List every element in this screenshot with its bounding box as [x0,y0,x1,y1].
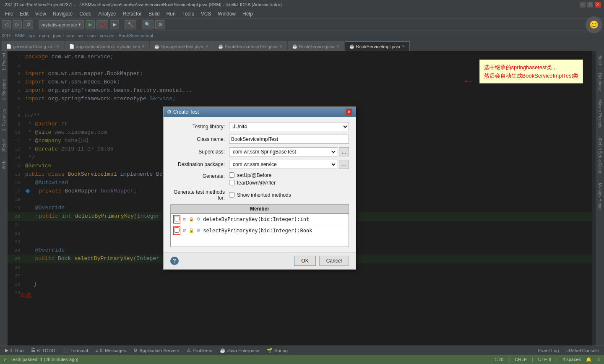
ok-button[interactable]: OK [294,256,315,266]
menu-code[interactable]: Code [76,10,95,18]
messages-tab[interactable]: ≡ 0: Messages [92,347,130,354]
tab-label6: BookServiceImpl.java [356,44,401,49]
java-enterprise-tab[interactable]: ☕ Java Enterprise [216,347,263,354]
setup-before-checkbox[interactable] [229,172,234,178]
todo-tab[interactable]: ☰ 6: TODO [28,347,59,354]
dialog-close-button[interactable]: ✕ [346,109,352,115]
panel-jrebel-setup[interactable]: JRebel Setup Guide [596,134,604,177]
breadcrumb-ssm[interactable]: SSM [15,33,25,38]
dialog-title-icon: ⚙ [167,109,172,115]
terminal-label: Terminal [70,348,88,353]
panel-tab-favorites[interactable]: 2: Favorites [2,109,6,131]
menu-refactor[interactable]: Refactor [120,10,145,18]
panel-mybatis-helper[interactable]: Mybatis Helper [596,180,604,213]
destination-package-label: Destination package: [170,161,229,167]
close-button[interactable]: ✕ [595,2,601,8]
annotation-box: 选中继承的springbasetest类，然后会自动生成BookServiceI… [479,60,583,83]
user-avatar[interactable]: 😊 [586,16,602,33]
breadcrumb-service[interactable]: service [100,33,115,38]
search-everywhere[interactable]: 🔍 [142,20,154,29]
panel-build[interactable]: Build [596,53,604,67]
menu-analyze[interactable]: Analyze [95,10,120,18]
destination-package-select[interactable]: com.wr.ssm.service [229,160,337,169]
minimize-button[interactable]: ─ [580,2,586,8]
run-config-dropdown[interactable]: mybatis-generate ▾ [39,20,84,29]
menu-file[interactable]: File [2,10,16,18]
panel-tab-jrebel[interactable]: JRebel [2,139,6,152]
menu-window[interactable]: Window [214,10,239,18]
tab-generatorconfig[interactable]: 📄 generatorConfig.xml ✕ [2,42,64,51]
tab-bookservice[interactable]: ☕ BookService.java ✕ [288,42,344,51]
menu-build[interactable]: Build [145,10,163,18]
panel-tab-web[interactable]: Web [2,161,6,169]
dialog-help-button[interactable]: ? [170,257,179,265]
menu-tools[interactable]: Tools [179,10,198,18]
back-button[interactable]: ◁ [2,20,11,29]
cancel-button[interactable]: Cancel [319,256,349,266]
menu-view[interactable]: View [32,10,49,18]
code-editor[interactable]: 1 package com.wr.ssm.service; 2 3 import… [8,51,596,346]
breadcrumb-wr[interactable]: wr [78,33,83,38]
member-2-checkbox[interactable] [174,227,180,233]
class-name-input[interactable] [229,135,349,144]
tab-close-springbase[interactable]: ✕ [205,44,208,49]
event-log-tab[interactable]: Event Log [535,347,562,354]
member-1-checkbox[interactable] [174,216,180,221]
show-inherited-checkbox[interactable] [229,192,234,198]
build-button[interactable]: 🔨 [125,20,136,29]
breadcrumb-ssm2[interactable]: ssm [87,33,96,38]
tab-close-bookservice[interactable]: ✕ [336,44,340,49]
panel-tab-project[interactable]: 1: Project [2,53,6,70]
debug-button[interactable]: 🐞 [96,20,108,29]
class-name-row: Class name: [170,135,349,144]
destination-package-browse[interactable]: … [339,160,349,169]
panel-tab-structure[interactable]: 2: Structure [2,79,6,101]
run-tab-label: 4: Run [10,348,23,353]
breadcrumb-java[interactable]: java [53,33,61,38]
settings-button[interactable]: ⚙ [155,20,165,29]
menu-edit[interactable]: Edit [16,10,32,18]
teardown-after-checkbox[interactable] [229,180,234,185]
tab-applicationcontext[interactable]: 📄 applicationContext-mybatis.xml ✕ [65,42,149,51]
menu-help[interactable]: Help [239,10,256,18]
tab-close-impltest[interactable]: ✕ [279,44,283,49]
testing-library-select[interactable]: JUnit4 JUnit5 TestNG [229,122,349,131]
breadcrumb-main[interactable]: main [39,33,49,38]
appservers-tab[interactable]: ⚙ Application Servers [130,347,182,354]
tab-bookserviceimpl[interactable]: ☕ BookServiceImpl.java ✕ [345,42,410,51]
jrebel-console-tab[interactable]: JRebel Console [563,347,602,354]
panel-database[interactable]: Database [596,70,604,94]
run-tab[interactable]: ▶ 4: Run [2,347,27,354]
tab-close-generatorconfig[interactable]: ✕ [56,44,60,49]
menu-run[interactable]: Run [163,10,179,18]
tab-springbasetest[interactable]: ☕ SpringBaseTest.java ✕ [150,42,213,51]
superclass-select[interactable]: com.wr.ssm.SpringBaseTest [229,147,337,156]
member-2-name: selectByPrimaryKey(bid:Integer):Book [203,228,312,234]
tab-close-impl[interactable]: ✕ [402,44,405,49]
superclass-browse-button[interactable]: … [339,147,349,156]
tab-bookserviceimpltest[interactable]: ☕ BookServiceImplTest.java ✕ [213,42,287,51]
breadcrumb-bookserviceimpl[interactable]: BookServiceImpl [118,33,153,38]
maximize-button[interactable]: □ [587,2,593,8]
run-button[interactable]: ▶ [86,20,95,29]
destination-package-row: Destination package: com.wr.ssm.service … [170,160,349,169]
tab-close-appcontext[interactable]: ✕ [141,44,145,49]
problems-tab[interactable]: ⚠ Problems [183,347,215,354]
tab-label3: SpringBaseTest.java [161,44,203,49]
panel-maven[interactable]: Maven Projects [596,97,604,131]
breadcrumb-com[interactable]: com [65,33,74,38]
member-2-method-icon: ⚙ [196,228,200,233]
breadcrumb-src[interactable]: src [29,33,35,38]
dialog-footer: ? OK Cancel [164,252,356,269]
coverage-button[interactable]: ▶ [110,20,119,29]
show-inherited-label: Show inherited methods [237,192,291,198]
terminal-tab[interactable]: ⬛ Terminal [60,347,91,354]
event-log-label: Event Log [538,348,559,353]
spring-tab[interactable]: 🌱 Spring [263,347,291,354]
breadcrumb-t237[interactable]: t237 [2,33,10,38]
refresh-button[interactable]: ↺ [23,20,33,29]
menu-vcs[interactable]: VCS [198,10,215,18]
menu-navigate[interactable]: Navigate [49,10,76,18]
forward-button[interactable]: ▷ [13,20,22,29]
status-ok-icon: ✓ [3,357,7,362]
